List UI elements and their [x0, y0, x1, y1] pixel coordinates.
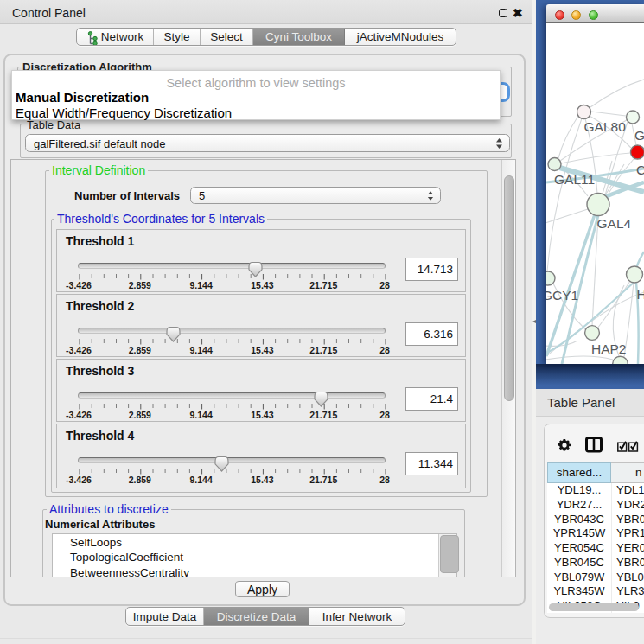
svg-text:GAL80: GAL80: [584, 119, 627, 134]
svg-text:GAL11: GAL11: [554, 172, 595, 187]
svg-text:H: H: [637, 287, 644, 302]
svg-text:GCY1: GCY1: [546, 288, 578, 303]
svg-text:GAL: GAL: [634, 128, 644, 143]
svg-text:GAL4: GAL4: [597, 216, 632, 231]
svg-text:C: C: [636, 163, 644, 177]
svg-text:HAP2: HAP2: [591, 341, 627, 356]
